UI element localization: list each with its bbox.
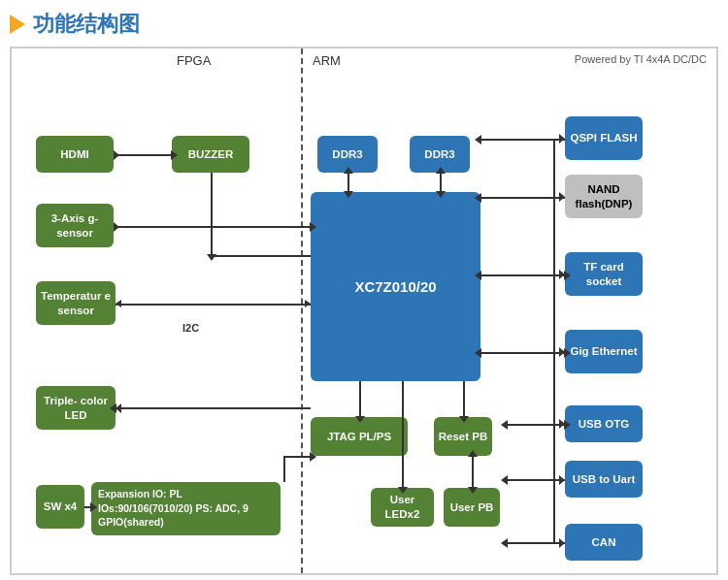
usb-uart-box: USB to Uart [565,461,643,498]
user-led-box: User LEDx2 [371,488,434,527]
three-axis-tip [114,222,119,232]
sw-x4-box: SW x4 [36,485,84,529]
buzzer-v-arrow [211,173,213,255]
nand-arrow-tip [559,192,565,202]
right-h4 [480,352,553,354]
expansion-v-arrow [283,456,285,482]
user-pb-box: User PB [444,488,500,527]
right-h1 [480,139,553,141]
header: 功能结构图 [10,10,718,39]
usb-uart-tip [559,475,565,485]
gig-arrow-tip [559,347,565,357]
can-tip [559,538,565,548]
three-axis-box: 3-Axis g-sensor [36,204,114,247]
diagram-container: FPGA ARM Powered by TI 4x4A DC/DC HDMI B… [10,47,718,575]
triple-led-tip [116,403,121,413]
hdmi-arrow-tip [114,150,119,160]
temp-arrow-right-tip [305,300,311,307]
right-h3 [480,274,553,276]
nand-box: NAND flash(DNP) [565,175,643,218]
ddr3-right-arrow [440,173,442,192]
ddr3-left-arrow [347,173,349,192]
right-h6 [507,479,553,481]
three-axis-arrow [114,226,311,228]
right-h7 [507,542,553,544]
arm-label: ARM [313,53,341,68]
user-pb-down-arrow [472,456,474,488]
gig-eth-box: Gig Ethernet [565,330,643,373]
reset-down-arrow [463,381,465,417]
temp-arrow-left-tip [116,300,121,307]
hdmi-arrow [114,154,172,156]
triple-led-arrow [116,407,311,409]
expansion-box: Expansion IO: PL IOs:90/106(7010/20) PS:… [91,482,281,535]
triple-led-box: Triple- color LED [36,386,116,430]
right-h2 [480,197,553,199]
i2c-label: I2C [182,322,199,334]
header-arrow-icon [10,15,25,34]
temp-sensor-box: Temperatur e sensor [36,281,116,325]
temp-arrow-h [116,304,311,306]
buzzer-box: BUZZER [172,136,249,173]
qspi-box: QSPI FLASH [565,116,643,160]
reset-pb-box: Reset PB [434,417,492,456]
hdmi-box: HDMI [36,136,114,173]
tf-arrow-tip [559,270,565,279]
right-h5 [507,424,553,426]
page: 功能结构图 FPGA ARM Powered by TI 4x4A DC/DC … [0,0,728,580]
page-title: 功能结构图 [33,10,140,39]
usb-otg-tip [559,419,565,429]
usb-otg-box: USB OTG [565,405,643,442]
tf-card-box: TF card socket [565,252,643,296]
section-divider [301,48,303,573]
expansion-h-arrow [283,456,311,458]
can-box: CAN [565,524,643,561]
xc7z-box: XC7Z010/20 [311,192,480,381]
fpga-label: FPGA [177,53,211,68]
buzzer-h-arrow [211,255,311,257]
jtag-box: JTAG PL/PS [311,417,408,456]
user-led-down-arrow [402,381,404,488]
sw-expansion-arrow [84,506,91,508]
qspi-arrow-tip [559,134,565,144]
jtag-down-arrow [359,381,361,417]
right-v-connector [553,139,555,542]
powered-label: Powered by TI 4x4A DC/DC [575,53,707,65]
